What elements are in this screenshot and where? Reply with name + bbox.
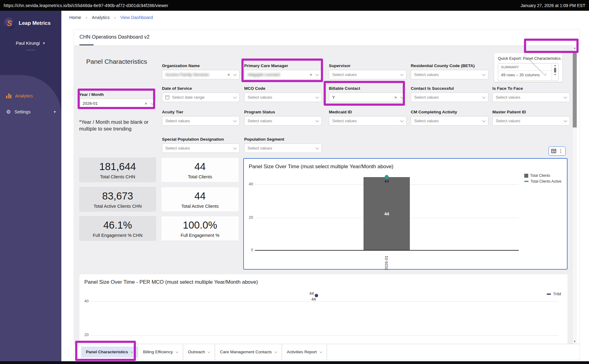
export-mode-select[interactable]: SUMMARY [498,63,552,71]
acuity-tier-select[interactable]: Select values [162,116,240,126]
scrollbar-thumb[interactable] [573,51,577,127]
dashboard-card: CHN Operations Dashboard v2 Panel Charac… [74,29,580,360]
point-value-label: 44 [364,179,410,184]
tab-outreach[interactable]: Outreach [183,347,215,358]
special-population-designation-select[interactable]: Select values [162,143,240,153]
kebab-menu-icon[interactable]: ⋮ [558,148,563,154]
dashboard-tab-bar: Panel Characteristics Billing Efficiency… [74,344,579,360]
residential-county-code-select[interactable]: Select values [411,70,488,79]
chevron-down-icon [315,95,319,98]
filter-population-segment: Population Segment Select values [244,137,322,153]
placeholder-text: Select values [248,146,314,150]
filter-billable-contact: Billable Contact Y × [329,86,406,102]
scrollbar-thumb[interactable] [554,68,556,73]
cm-completing-activity-select[interactable]: Select values [411,116,488,126]
chevron-right-icon: › [86,15,87,20]
supervisor-select[interactable]: Select values [329,70,406,79]
legend-swatch-icon [547,294,551,295]
gridline [90,335,558,336]
dashboard-body: Panel Characteristics Organization Name … [74,46,572,344]
tab-billing-efficiency[interactable]: Billing Efficiency [138,347,183,358]
chart-title: Panel Size Over Time - PER MCO (must sel… [84,279,258,285]
chevron-down-icon: ▼ [53,110,56,114]
bar-chart-icon [6,93,11,98]
organization-name-select[interactable]: Access Family Services × [162,70,240,79]
population-segment-select[interactable]: Select values [244,143,322,153]
filter-primary-care-manager: Primary Care Manager Abigayle Leonard × [244,63,322,79]
kpi-total-active-clients-chn: 83,673 Total Active Clients CHN [79,187,156,212]
gear-icon: ⚙ [6,109,11,115]
sidebar-item-analytics[interactable]: Analytics [0,88,61,104]
breadcrumb-home[interactable]: Home [69,15,81,20]
kpi-label: Total Clients CHN [100,174,135,179]
program-status-select[interactable]: Select values [244,116,322,126]
y-tick: 40 [245,182,253,186]
tab-care-management-contacts[interactable]: Care Management Contacts [215,347,282,358]
clear-icon[interactable]: × [144,101,147,106]
quick-export-title: Quick Export: Panel Characteristics ... [494,53,562,63]
chevron-down-icon [564,119,567,122]
mco-code-select[interactable]: Select values [244,93,322,102]
main-area: Home › Analytics › View Dashboard CHN Op… [61,11,589,361]
filter-label: CM Completing Activity [411,110,488,114]
active-title-underline [79,44,94,45]
mini-scrollbar[interactable]: ▲ ▼ [552,63,558,81]
clear-icon[interactable]: × [394,95,397,100]
y-tick: 40 [81,299,89,303]
contact-is-successful-select[interactable]: Select values [411,93,488,102]
tab-label: Care Management Contacts [220,350,272,354]
is-face-to-face-select[interactable]: Select values [492,93,570,102]
breadcrumb: Home › Analytics › View Dashboard [69,15,153,20]
chevron-down-icon [150,101,154,104]
filter-label: Population Segment [244,137,322,142]
kpi-value: 83,673 [102,190,133,202]
vertical-scrollbar[interactable]: ▲ ▼ [572,46,577,344]
kpi-value: 100.0% [183,219,217,231]
clear-icon[interactable]: × [227,72,230,77]
medicaid-id-select[interactable]: Select values [329,116,406,126]
chevron-down-icon [233,146,237,149]
user-name: Paul Kirungi [16,41,40,46]
trend-note: *Year / Month must be blank or multiple … [79,119,154,132]
chevron-down-icon [400,72,403,76]
master-patient-id-select[interactable]: Select values [492,116,570,126]
placeholder-text: Select values [414,72,480,77]
scroll-down-icon[interactable]: ▼ [572,339,577,344]
kpi-label: Total Active Clients [181,204,219,209]
filter-mco-code: MCO Code Select values [244,86,322,102]
year-month-select[interactable]: 2026-01 × [79,99,157,108]
kpi-value: 181,644 [99,161,136,173]
table-view-icon[interactable] [551,149,556,153]
scroll-up-icon[interactable]: ▲ [554,64,556,67]
sidebar-item-settings[interactable]: ⚙ Settings ▼ [0,104,61,120]
tab-panel-characteristics[interactable]: Panel Characteristics [81,347,138,358]
breadcrumb-view-dashboard[interactable]: View Dashboard [120,15,153,20]
chevron-down-icon [400,95,403,98]
tab-label: Outreach [188,350,205,354]
breadcrumb-analytics[interactable]: Analytics [92,15,110,20]
brand-name: Leap Metrics [19,20,51,26]
scroll-up-icon[interactable]: ▲ [572,46,577,50]
kpi-full-engagement: 100.0% Full Engagement % [161,216,239,241]
export-mode-value: SUMMARY [501,65,524,69]
filter-master-patient-id: Master Patient ID Select values [492,110,570,126]
primary-care-manager-select[interactable]: Abigayle Leonard × [244,70,322,79]
placeholder-text: Select values [248,95,314,100]
y-tick: 0 [245,248,253,252]
placeholder-text: Select values [165,146,231,150]
tab-activities-report[interactable]: Activities Report [282,347,327,358]
chevron-down-icon [175,350,178,353]
scroll-down-icon[interactable]: ▼ [554,74,556,76]
clear-icon[interactable]: × [310,72,312,77]
placeholder-text: Select values [332,72,398,77]
billable-contact-select[interactable]: Y × [329,93,406,102]
chevron-down-icon [319,350,322,353]
point-value-label: 44 [303,291,314,296]
chart-title: Panel Size Over Time (must select multip… [249,164,394,170]
legend-swatch-icon [524,174,528,178]
calendar-icon [165,95,169,99]
user-menu[interactable]: Paul Kirungi ▼ [0,41,61,46]
filter-acuity-tier: Acuity Tier Select values [162,110,240,126]
date-of-service-select[interactable]: Select date range [162,93,240,102]
window-bottom-edge [0,361,589,364]
